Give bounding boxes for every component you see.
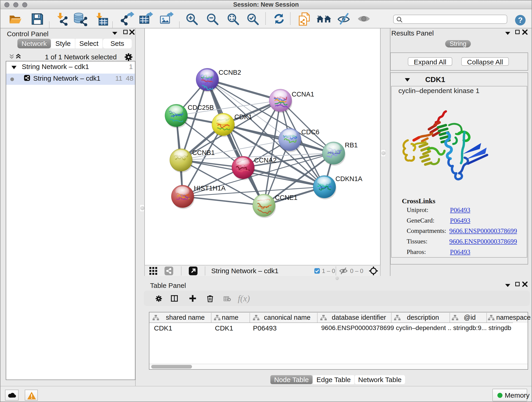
svg-text:RB1: RB1: [345, 141, 358, 149]
svg-text:CCNA2: CCNA2: [254, 157, 277, 164]
svg-text:CCNA1: CCNA1: [292, 90, 314, 98]
svg-text:CCNB2: CCNB2: [219, 69, 241, 76]
svg-text:HIST1H1A: HIST1H1A: [194, 185, 226, 192]
svg-text:CCNE1: CCNE1: [275, 194, 298, 201]
svg-text:CDK1: CDK1: [234, 113, 252, 121]
svg-text:CDC25B: CDC25B: [188, 104, 214, 111]
svg-text:CDC6: CDC6: [301, 128, 319, 136]
svg-text:CDKN1A: CDKN1A: [336, 175, 362, 182]
svg-text:CCNB1: CCNB1: [192, 149, 215, 156]
